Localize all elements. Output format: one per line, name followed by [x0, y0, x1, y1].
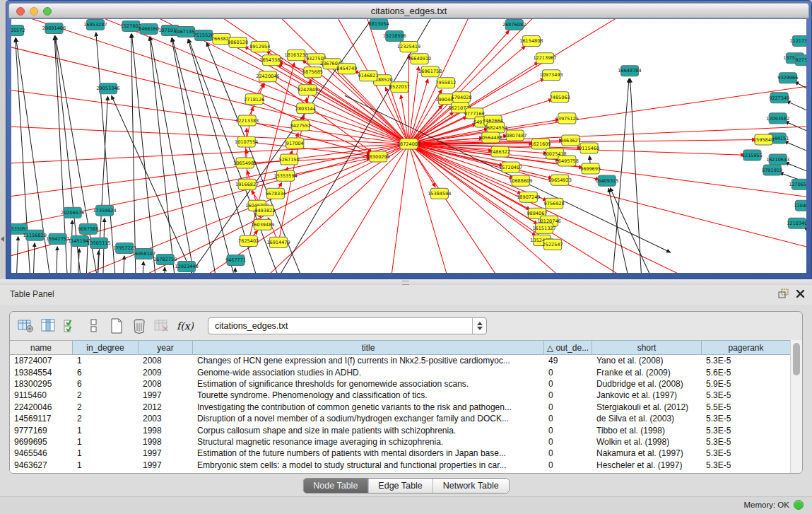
graph-node[interactable]: 12706506 [789, 179, 806, 189]
node-table[interactable]: namein_degreeyeartitle△ out_de...shortpa… [10, 340, 791, 473]
graph-node[interactable]: 9699695 [580, 163, 601, 174]
column-header-title[interactable]: title [193, 340, 544, 355]
graph-node[interactable]: 16914479 [266, 237, 290, 247]
tab-edge-table[interactable]: Edge Table [368, 479, 433, 493]
show-columns-icon[interactable] [38, 316, 59, 336]
network-canvas[interactable]: 2405572206914061685328715276028466160107… [11, 19, 806, 273]
graph-node[interactable]: 1210340 [787, 218, 806, 228]
column-header-year[interactable]: year [139, 340, 193, 355]
rows-icon[interactable] [83, 316, 105, 336]
table-settings-icon[interactable] [16, 316, 37, 336]
graph-node[interactable]: 16154808 [519, 36, 543, 47]
graph-node[interactable]: 1621609 [530, 139, 551, 149]
citation-edge-black[interactable] [234, 268, 235, 273]
citation-edge-red[interactable] [247, 141, 370, 156]
graph-node[interactable]: 9097588 [78, 223, 98, 234]
citation-edge-black[interactable] [122, 256, 124, 273]
graph-node[interactable]: 2522547 [543, 239, 563, 250]
graph-node[interactable]: 7485063 [550, 92, 570, 103]
table-row[interactable]: 911546021997Tourette syndrome. Phenomeno… [10, 390, 791, 401]
delete-table-icon[interactable] [151, 316, 172, 336]
citation-network-graph[interactable]: 2405572206914061685328715276028466160107… [11, 19, 806, 273]
citation-edge-black[interactable] [610, 188, 659, 273]
citation-edge-black[interactable] [70, 221, 73, 273]
graph-node[interactable]: 22420046 [256, 71, 279, 82]
citation-edge-red[interactable] [11, 144, 408, 199]
graph-node[interactable]: 7486322 [490, 146, 510, 157]
graph-node[interactable]: 15353594 [273, 170, 297, 181]
citation-edge-black[interactable] [345, 95, 671, 252]
citation-edge-black[interactable] [795, 82, 806, 102]
table-row[interactable]: 969969511998Structural magnetic resonanc… [10, 436, 791, 448]
citation-edge-black[interactable] [131, 34, 157, 273]
graph-node[interactable]: 8427552 [290, 120, 311, 131]
graph-node[interactable]: 1595840 [753, 134, 774, 145]
table-scrollbar[interactable] [790, 340, 802, 473]
new-table-icon[interactable] [106, 316, 127, 336]
citation-edge-red[interactable] [409, 126, 807, 144]
graph-node[interactable]: 26876082 [502, 20, 526, 30]
graph-node[interactable]: 15942757 [46, 233, 69, 244]
graph-node[interactable]: 18300295 [367, 151, 390, 162]
memory-ok-icon[interactable] [794, 500, 804, 510]
citation-edge-black[interactable] [16, 237, 18, 273]
graph-node[interactable]: 5875685 [302, 67, 323, 78]
table-row[interactable]: 1872400712008Changes of HCN gene express… [10, 355, 791, 366]
column-header-short[interactable]: short [592, 340, 702, 355]
graph-node[interactable]: 2803144 [295, 103, 316, 114]
graph-node[interactable]: 6794028 [452, 92, 472, 103]
citation-edge-black[interactable] [96, 33, 117, 273]
graph-node[interactable]: 8813054 [369, 19, 389, 30]
graph-node[interactable]: 5678334 [265, 188, 286, 199]
citation-edge-black[interactable] [33, 243, 35, 273]
graph-node[interactable]: 15720407 [499, 162, 522, 173]
hub-node[interactable]: 18724007 [397, 139, 420, 149]
graph-node[interactable]: 20206576 [61, 207, 84, 218]
graph-node[interactable]: 11156829 [23, 230, 47, 240]
graph-node[interactable]: 10973493 [539, 70, 563, 81]
table-row[interactable]: 946554611997Estimation of the future num… [10, 448, 791, 459]
window-titlebar[interactable]: citations_edges.txt [8, 3, 809, 18]
graph-node[interactable]: 16958107 [132, 248, 155, 259]
graph-node[interactable]: 8912954 [249, 42, 270, 52]
graph-node[interactable]: 9146821 [358, 71, 378, 81]
graph-node[interactable]: 9227349 [769, 93, 789, 103]
citation-edge-red[interactable] [34, 144, 408, 273]
graph-node[interactable]: 5267150 [279, 154, 300, 165]
table-row[interactable]: 1938455462009Genome-wide association stu… [10, 366, 791, 378]
graph-node[interactable]: 10807487 [503, 130, 526, 141]
citation-edge-red[interactable] [11, 126, 408, 144]
close-icon[interactable] [796, 288, 805, 301]
graph-node[interactable]: 9242845 [298, 85, 318, 95]
citation-edge-black[interactable] [151, 37, 199, 273]
graph-node[interactable]: 2718126 [244, 94, 264, 105]
graph-node[interactable]: 7955812 [435, 78, 456, 88]
graph-node[interactable]: 16640910 [408, 54, 431, 64]
graph-node[interactable]: 7625402 [238, 235, 259, 246]
graph-node[interactable]: 20691406 [42, 23, 66, 34]
table-row[interactable]: 2242004622012Investigating the contribut… [10, 402, 791, 413]
graph-node[interactable]: 16409315 [595, 175, 618, 186]
graph-node[interactable]: 917004 [286, 138, 304, 148]
graph-node[interactable]: 8522037 [389, 82, 410, 93]
graph-node[interactable]: 8454749 [336, 64, 357, 74]
table-row[interactable]: 1456911722003Disruption of a novel membe… [10, 413, 791, 424]
delete-column-icon[interactable] [129, 316, 150, 336]
graph-node[interactable]: 19166827 [235, 179, 259, 189]
column-header-pagerank[interactable]: pagerank [702, 340, 791, 355]
citation-edge-black[interactable] [804, 227, 806, 243]
graph-node[interactable]: 9115460 [579, 143, 599, 153]
graph-node[interactable]: 16151327 [532, 223, 555, 233]
graph-node[interactable]: 8791919 [762, 165, 782, 175]
graph-node[interactable]: 9493822 [254, 205, 275, 216]
graph-node[interactable]: 16495758 [555, 156, 579, 166]
graph-node[interactable]: 11217304 [789, 36, 806, 47]
column-header-name[interactable]: name [10, 340, 73, 355]
graph-node[interactable]: 16782759 [153, 254, 177, 264]
citation-edge-black[interactable] [150, 37, 177, 273]
graph-node[interactable]: 15384594 [428, 188, 451, 199]
citation-edge-red[interactable] [409, 66, 419, 144]
graph-node[interactable]: 10107554 [235, 136, 258, 147]
graph-node[interactable]: 9457771 [225, 255, 246, 265]
graph-node[interactable]: 16039489 [251, 219, 274, 230]
